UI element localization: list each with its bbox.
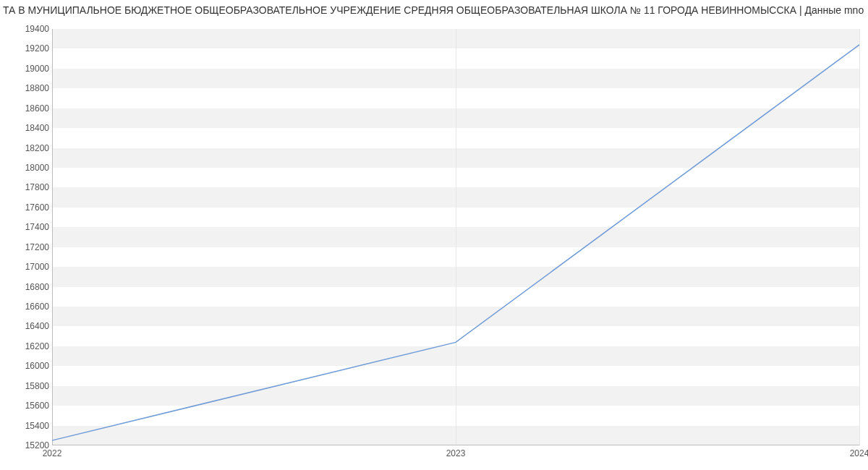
y-tick-label: 18000 [6,163,49,173]
y-tick-label: 19000 [6,64,49,74]
x-tick-label: 2024 [850,448,868,458]
x-tick-label: 2022 [43,448,62,458]
x-tick-label: 2023 [446,448,466,458]
y-tick-label: 15400 [6,421,49,431]
y-tick-label: 15800 [6,381,49,391]
y-tick-label: 19400 [6,24,49,34]
y-tick-label: 17400 [6,222,49,232]
y-tick-label: 19200 [6,43,49,54]
chart-title: ТА В МУНИЦИПАЛЬНОЕ БЮДЖЕТНОЕ ОБЩЕОБРАЗОВ… [0,4,868,16]
x-grid-line [859,29,860,445]
y-tick-label: 18200 [6,143,49,153]
y-tick-label: 16000 [6,361,49,371]
y-tick-label: 17200 [6,242,49,252]
y-tick-label: 16200 [6,341,49,351]
y-tick-label: 18800 [6,83,49,93]
y-tick-label: 17000 [6,262,49,272]
data-series-line [52,45,859,440]
y-tick-label: 16400 [6,321,49,331]
y-tick-label: 17600 [6,202,49,213]
y-tick-label: 18600 [6,103,49,114]
chart-container: ТА В МУНИЦИПАЛЬНОЕ БЮДЖЕТНОЕ ОБЩЕОБРАЗОВ… [0,0,868,470]
line-layer [52,29,859,445]
y-tick-label: 18400 [6,123,49,133]
y-tick-label: 17800 [6,182,49,192]
y-tick-label: 16600 [6,302,49,312]
y-tick-label: 15600 [6,401,49,411]
y-tick-label: 16800 [6,282,49,292]
